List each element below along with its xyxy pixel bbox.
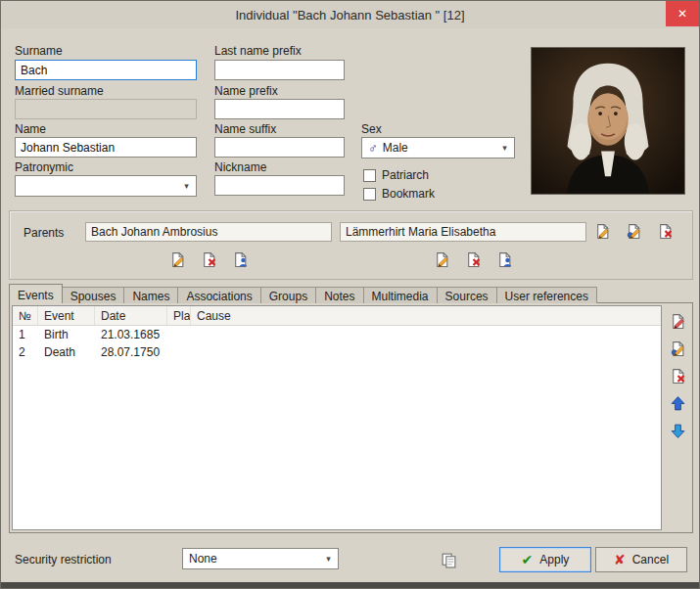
check-icon: ✔: [522, 552, 534, 567]
edit-father-button[interactable]: [163, 248, 191, 272]
mother-name-field: Lämmerhirt Maria Elisabetha: [340, 222, 586, 242]
tab-user-references[interactable]: User references: [496, 287, 597, 303]
event-move-down-button[interactable]: [664, 419, 691, 443]
add-record-icon: [670, 313, 686, 330]
column-header-place[interactable]: Pla: [167, 306, 191, 325]
event-num: 2: [13, 343, 38, 361]
delete-icon: [657, 223, 674, 240]
sex-select[interactable]: ♂ Male ▾: [361, 137, 515, 159]
name-suffix-input[interactable]: [214, 137, 345, 158]
edit-parents-button[interactable]: [588, 219, 616, 244]
detach-mother-button[interactable]: [459, 248, 487, 272]
cancel-label: Cancel: [632, 553, 669, 566]
tab-multimedia[interactable]: Multimedia: [363, 287, 438, 303]
close-icon: ✕: [677, 8, 687, 20]
event-date: 28.07.1750: [95, 343, 167, 361]
sex-value: Male: [383, 141, 408, 155]
father-name-field: Bach Johann Ambrosius: [85, 222, 332, 242]
apply-button[interactable]: ✔ Apply: [499, 547, 591, 572]
copy-button[interactable]: [432, 546, 465, 573]
event-move-up-button[interactable]: [664, 391, 691, 416]
event-row-2[interactable]: 2 Death 28.07.1750: [13, 343, 661, 361]
event-edit-button[interactable]: [664, 337, 691, 361]
event-num: 1: [13, 326, 38, 343]
arrow-down-icon: [670, 423, 686, 439]
tab-strip: Events Spouses Names Associations Groups…: [9, 286, 596, 303]
surname-label: Surname: [15, 44, 63, 58]
goto-person-icon: [232, 251, 249, 268]
event-add-button[interactable]: [664, 309, 691, 334]
window-title: Individual "Bach Johann Sebastian " [12]: [236, 8, 465, 23]
detach-father-button[interactable]: [195, 248, 222, 272]
portrait-image: [531, 47, 685, 195]
parents-group: Parents Bach Johann Ambrosius Lämmerhirt…: [9, 210, 693, 280]
events-list-header: № Event Date Pla Cause: [13, 306, 661, 326]
attach-parents-button[interactable]: [620, 219, 647, 244]
name-prefix-label: Name prefix: [214, 84, 278, 98]
chevron-down-icon: ▾: [178, 177, 195, 195]
bookmark-checkbox[interactable]: [363, 188, 376, 201]
attach-family-icon: [626, 223, 642, 240]
arrow-up-icon: [670, 395, 686, 412]
individual-edit-dialog: Individual "Bach Johann Sebastian " [12]…: [0, 0, 700, 589]
last-name-prefix-input[interactable]: [214, 60, 345, 80]
name-prefix-input[interactable]: [214, 99, 345, 119]
event-row-1[interactable]: 1 Birth 21.03.1685: [13, 326, 661, 343]
delete-record-icon: [670, 368, 686, 385]
window-bottom-border: [1, 582, 699, 588]
close-button[interactable]: ✕: [666, 1, 699, 26]
patronymic-label: Patronymic: [15, 160, 73, 174]
apply-label: Apply: [539, 553, 569, 566]
column-header-cause[interactable]: Cause: [191, 306, 661, 325]
married-surname-label: Married surname: [15, 84, 104, 98]
name-input[interactable]: [15, 137, 197, 158]
married-surname-input: [15, 99, 197, 119]
tab-groups[interactable]: Groups: [260, 287, 316, 303]
male-icon: ♂: [368, 141, 378, 156]
parents-label: Parents: [23, 226, 64, 240]
bookmark-label: Bookmark: [382, 187, 435, 201]
patronymic-select[interactable]: ▾: [15, 175, 197, 197]
name-label: Name: [15, 122, 46, 136]
nickname-input[interactable]: [214, 175, 345, 196]
column-header-num[interactable]: №: [13, 306, 38, 325]
nickname-label: Nickname: [214, 160, 266, 174]
event-cause: [191, 343, 661, 361]
goto-person-icon: [496, 251, 513, 268]
tab-events[interactable]: Events: [9, 284, 63, 303]
edit-icon: [169, 251, 186, 268]
cancel-button[interactable]: ✘ Cancel: [595, 547, 687, 572]
event-type: Death: [38, 343, 95, 361]
goto-father-button[interactable]: [226, 248, 254, 272]
edit-mother-button[interactable]: [428, 248, 455, 272]
patriarch-checkbox-row: Patriarch: [363, 168, 429, 182]
tab-spouses[interactable]: Spouses: [62, 287, 125, 303]
tab-names[interactable]: Names: [123, 287, 178, 303]
event-delete-button[interactable]: [664, 364, 691, 388]
event-date: 21.03.1685: [95, 326, 167, 343]
edit-record-icon: [670, 340, 686, 357]
column-header-date[interactable]: Date: [95, 306, 167, 325]
detach-parents-button[interactable]: [651, 219, 678, 244]
column-header-event[interactable]: Event: [38, 306, 95, 325]
event-cause: [191, 326, 661, 343]
surname-input[interactable]: [15, 60, 197, 80]
sex-label: Sex: [361, 122, 382, 136]
patriarch-checkbox[interactable]: [363, 169, 376, 182]
edit-icon: [594, 223, 611, 240]
tab-sources[interactable]: Sources: [437, 287, 497, 303]
tab-associations[interactable]: Associations: [177, 287, 260, 303]
copy-icon: [441, 552, 457, 568]
delete-icon: [201, 251, 217, 268]
last-name-prefix-label: Last name prefix: [214, 44, 302, 58]
event-type: Birth: [38, 326, 95, 343]
chevron-down-icon: ▾: [320, 550, 337, 567]
goto-mother-button[interactable]: [490, 248, 518, 272]
cross-icon: ✘: [614, 552, 626, 567]
tab-notes[interactable]: Notes: [315, 287, 363, 303]
security-restriction-select[interactable]: None ▾: [182, 548, 339, 569]
edit-icon: [434, 251, 450, 268]
events-list: № Event Date Pla Cause 1 Birth 21.03.168…: [12, 305, 662, 530]
titlebar[interactable]: Individual "Bach Johann Sebastian " [12]…: [1, 1, 699, 28]
chevron-down-icon: ▾: [496, 139, 513, 157]
